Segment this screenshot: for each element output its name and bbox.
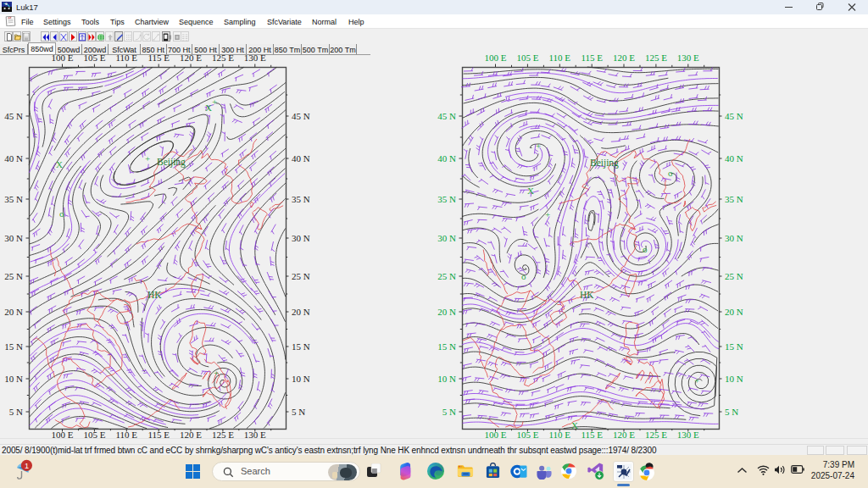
- svg-text:120 E: 120 E: [180, 55, 202, 63]
- svg-text:30 N: 30 N: [437, 233, 456, 243]
- svg-text:1: 1: [25, 462, 29, 470]
- svg-text:+: +: [545, 209, 550, 219]
- svg-text:110 E: 110 E: [116, 55, 138, 63]
- svg-text:40 N: 40 N: [4, 153, 23, 164]
- svg-text:o: o: [521, 271, 526, 281]
- svg-text:35 N: 35 N: [292, 194, 310, 204]
- svg-text:120 E: 120 E: [613, 55, 635, 63]
- svg-text:5 N: 5 N: [292, 407, 305, 417]
- svg-text:45 N: 45 N: [292, 111, 310, 121]
- svg-text:130 E: 130 E: [677, 55, 699, 63]
- svg-text:10 N: 10 N: [292, 374, 310, 384]
- svg-text:40 N: 40 N: [725, 153, 743, 164]
- svg-text:25 N: 25 N: [725, 271, 743, 281]
- svg-text:105 E: 105 E: [83, 55, 105, 63]
- svg-text:45 N: 45 N: [725, 111, 743, 121]
- svg-text:+: +: [536, 141, 541, 151]
- svg-text:10 N: 10 N: [725, 374, 743, 384]
- svg-text:115 E: 115 E: [147, 55, 170, 63]
- svg-text:10 N: 10 N: [4, 374, 23, 384]
- svg-text:35 N: 35 N: [437, 194, 456, 204]
- svg-text:o: o: [668, 168, 673, 178]
- svg-text:20 N: 20 N: [4, 307, 23, 317]
- svg-text:40 N: 40 N: [292, 153, 310, 164]
- svg-text:25 N: 25 N: [4, 271, 23, 281]
- svg-text:+: +: [145, 153, 150, 164]
- svg-text:HK: HK: [580, 290, 594, 300]
- svg-text:15 N: 15 N: [437, 341, 456, 352]
- svg-text:10 N: 10 N: [437, 374, 456, 384]
- svg-text:o: o: [59, 208, 64, 219]
- svg-text:Beijing: Beijing: [157, 157, 186, 168]
- svg-text:HK: HK: [147, 290, 162, 300]
- svg-text:Beijing: Beijing: [590, 158, 619, 169]
- svg-text:30 N: 30 N: [292, 233, 310, 243]
- svg-text:15 N: 15 N: [4, 341, 23, 352]
- svg-text:o: o: [643, 244, 648, 254]
- svg-text:+: +: [212, 97, 217, 107]
- svg-text:30 N: 30 N: [4, 233, 23, 243]
- svg-text:35 N: 35 N: [4, 194, 23, 204]
- svg-text:20 N: 20 N: [292, 307, 310, 317]
- svg-text:5 N: 5 N: [442, 407, 456, 417]
- svg-text:20 N: 20 N: [725, 307, 743, 317]
- svg-text:125 E: 125 E: [212, 55, 234, 63]
- svg-text:25 N: 25 N: [292, 271, 310, 281]
- svg-text:100 E: 100 E: [485, 55, 507, 63]
- svg-text:X: X: [527, 186, 534, 196]
- svg-text:15 N: 15 N: [292, 341, 310, 352]
- svg-text:+: +: [694, 375, 699, 385]
- svg-text:100 E: 100 E: [52, 55, 74, 63]
- svg-text:45 N: 45 N: [4, 111, 23, 121]
- svg-text:25 N: 25 N: [437, 271, 456, 281]
- svg-text:130 E: 130 E: [244, 55, 266, 63]
- svg-text:5 N: 5 N: [725, 407, 738, 417]
- svg-text:30 N: 30 N: [725, 233, 743, 243]
- svg-text:15 N: 15 N: [725, 341, 743, 352]
- svg-text:X: X: [571, 420, 578, 430]
- svg-text:35 N: 35 N: [725, 194, 743, 204]
- svg-text:+: +: [214, 368, 219, 378]
- svg-text:45 N: 45 N: [437, 111, 456, 121]
- svg-text:X: X: [56, 159, 63, 169]
- svg-text:125 E: 125 E: [645, 55, 667, 63]
- svg-text:5 N: 5 N: [9, 407, 23, 417]
- svg-text:105 E: 105 E: [516, 55, 538, 63]
- svg-text:20 N: 20 N: [437, 307, 456, 317]
- svg-text:115 E: 115 E: [581, 55, 603, 63]
- svg-text:X: X: [205, 103, 212, 113]
- svg-text:40 N: 40 N: [437, 153, 456, 164]
- svg-text:110 E: 110 E: [549, 55, 571, 63]
